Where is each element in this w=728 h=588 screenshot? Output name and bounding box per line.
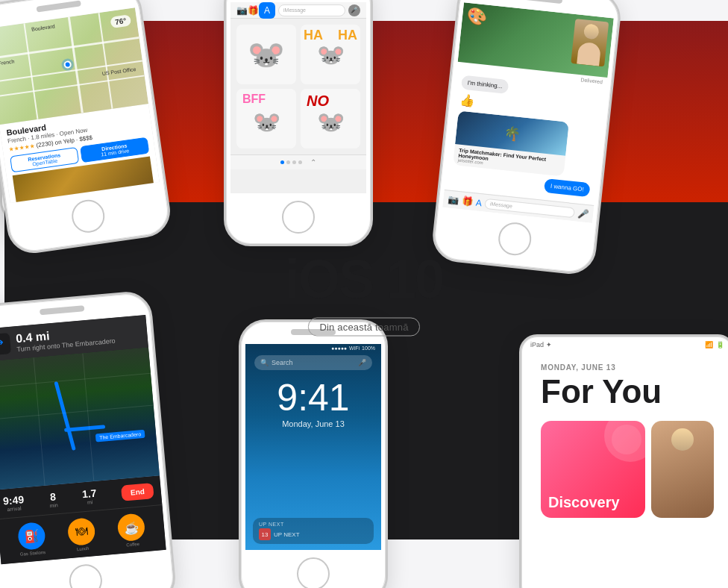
maps-screen: Boulevard French US Post Office 76° Boul… (0, 7, 160, 203)
chat-messages: I'm thinking... 👍 🌴 Trip Matchmaker: Fin… (445, 72, 607, 205)
sticker-grid: 🐭 HA HA 🐭 BFF 🐭 NO 🐭 (230, 19, 366, 154)
phone-lockscreen-bottom-center: ●●●●● WiFi 100% 🔍 Search 🎤 9:41 Monday, … (239, 319, 388, 588)
ipad-date-label: Monday, June 13 (541, 363, 714, 372)
scene: Favo... Boulevard French US Post Office … (0, 0, 728, 588)
phone-messages-top-right: 🎨 Delivered I'm thinking... 👍 🌴 Trip Mat… (430, 0, 624, 276)
phone-stickers-top-center: 📷 🎁 A iMessage 🎤 🐭 HA HA (224, 0, 373, 246)
lock-status-bar: ●●●●● WiFi 100% (245, 344, 381, 352)
lock-search-bar[interactable]: 🔍 Search 🎤 (254, 355, 372, 370)
ipad-top-bar: iPad ✦ 📶 🔋 (530, 341, 724, 348)
photo-card (651, 421, 714, 518)
gas-icon: ⛽ (17, 522, 46, 551)
ipad-screen: Monday, June 13 For You Discovery (526, 348, 728, 588)
nav-end-button[interactable]: End (121, 483, 154, 501)
link-preview-card: 🌴 Trip Matchmaker: Find Your Perfect Hon… (453, 110, 569, 176)
up-next-label: UP NEXT (259, 522, 368, 527)
ipad-for-you: iPad ✦ 📶 🔋 Monday, June 13 For You Disco… (519, 334, 728, 588)
microphone-icon: 🎤 (358, 359, 366, 366)
turn-arrow: ↱ (0, 333, 11, 355)
search-icon: 🔍 (260, 359, 269, 366)
stickers-screen: 📷 🎁 A iMessage 🎤 🐭 HA HA (230, 2, 366, 193)
lock-battery: ●●●●● WiFi 100% (331, 345, 375, 351)
navigation-screen: ↱ 0.4 mi Turn right onto The Embarcadero… (0, 315, 166, 564)
discovery-label: Discovery (548, 494, 620, 510)
phone-navigation-bottom-left: ↱ 0.4 mi Turn right onto The Embarcadero… (0, 290, 178, 588)
discovery-card: Discovery (541, 421, 645, 518)
coffee-label: Coffee (126, 542, 139, 548)
sent-bubble: I wanna GO! (544, 178, 591, 197)
coffee-icon: ☕ (117, 513, 146, 542)
ipad-feature-cards: Discovery (541, 421, 714, 518)
lock-time-display: 9:41 (245, 379, 381, 416)
sticker-mickey-minnie: 🐭 (236, 25, 296, 84)
lunch-icon: 🍽 (67, 517, 96, 546)
ios10-hero: iOS 10 Din această toamnă (285, 252, 443, 337)
sticker-no: NO 🐭 (301, 89, 360, 148)
sticker-page-dots: ⌃ (230, 154, 366, 169)
ios-subtitle: Din această toamnă (308, 318, 419, 337)
nav-map: The Embarcadero (0, 348, 160, 490)
nav-arrival-time: 9:49 arrival (2, 493, 25, 512)
search-placeholder: Search (272, 359, 355, 366)
lunch-label: Lunch (77, 546, 90, 551)
nav-miles: 1.7 mi (81, 487, 97, 506)
messages-screen: 🎨 Delivered I'm thinking... 👍 🌴 Trip Mat… (442, 2, 614, 223)
sticker-mickey-wave: HA HA 🐭 (301, 25, 360, 84)
received-bubble: I'm thinking... (461, 75, 509, 94)
coffee-icon-wrap: ☕ Coffee (117, 513, 147, 548)
up-next-widget: UP NEXT 13 UP NEXT (253, 518, 374, 544)
ipad-for-you-title: For You (541, 375, 714, 409)
lunch-icon-wrap: 🍽 Lunch (67, 517, 97, 552)
ios-title: iOS 10 (285, 252, 443, 306)
gas-label: Gas Stations (20, 550, 46, 557)
nav-minutes: 8 min (48, 490, 58, 508)
lock-date-display: Monday, June 13 (245, 419, 381, 428)
sticker-toolbar: 📷 🎁 A iMessage 🎤 (230, 2, 366, 19)
gas-stations-icon-wrap: ⛽ Gas Stations (17, 522, 47, 557)
lock-screen: ●●●●● WiFi 100% 🔍 Search 🎤 9:41 Monday, … (245, 344, 381, 550)
lock-time: 9:41 Monday, June 13 (245, 379, 381, 428)
sticker-bff: BFF 🐭 (236, 89, 296, 148)
